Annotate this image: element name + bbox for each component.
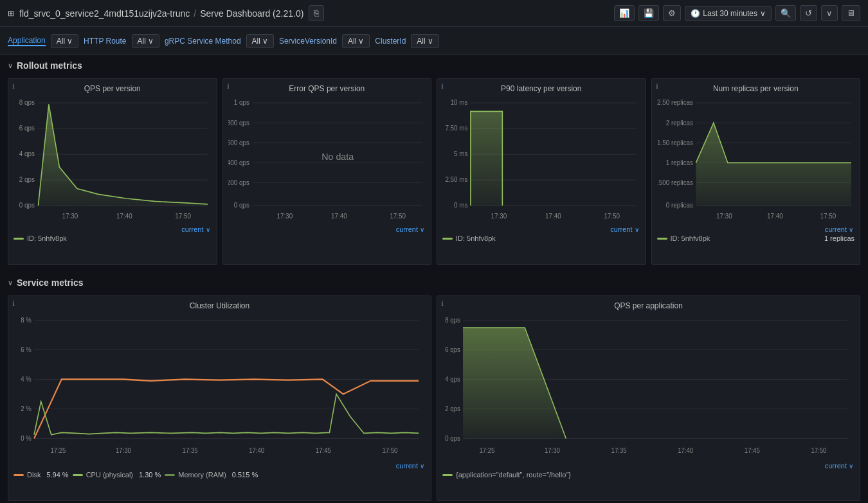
chart-cluster-utilization: ℹ Cluster Utilization 8 % 6 % 4 % 2 % 0 … [8,296,431,501]
legend-item-cpu: CPU (physical) 1.30 % [73,471,161,479]
svg-text:17:45: 17:45 [316,447,331,454]
settings-button[interactable]: ⚙ [663,5,681,21]
svg-text:0 qps: 0 qps [233,202,249,209]
svg-text:17:30: 17:30 [276,213,293,220]
legend-item-qps-0: ID: 5nhfv8pk [14,234,67,242]
service-metrics-grid: ℹ Cluster Utilization 8 % 6 % 4 % 2 % 0 … [0,290,868,503]
current-btn-error-qps[interactable]: current ∨ [228,225,426,233]
rollout-section-header[interactable]: ∨ Rollout metrics [0,55,868,73]
chart-error-qps: ℹ Error QPS per version 1 qps 0.800 qps … [222,78,432,265]
chart-button[interactable]: 📊 [614,5,635,21]
filter-application-label[interactable]: Application [8,36,46,46]
filter-route-value: All [138,37,146,46]
svg-text:0 ms: 0 ms [454,202,467,209]
svg-text:4 qps: 4 qps [445,376,460,383]
filter-cluster-dropdown[interactable]: All ∨ [411,34,439,48]
time-range-chevron: ∨ [760,9,766,18]
filter-grpc-label[interactable]: gRPC Service Method [165,37,241,46]
service-chevron-icon: ∨ [8,279,13,287]
svg-text:17:35: 17:35 [183,447,198,454]
svg-text:0.600 qps: 0.600 qps [228,139,249,146]
legend-color-p90-0 [442,238,453,240]
filter-grpc-value: All [252,37,260,46]
svg-text:17:30: 17:30 [545,447,560,454]
svg-text:6 qps: 6 qps [445,346,460,353]
legend-item-memory: Memory (RAM) 0.515 % [165,471,258,479]
legend-label-replicas-0: ID: 5nhfv8pk [671,234,710,242]
current-label-qps-app: current [825,462,847,470]
zoom-out-button[interactable]: 🔍 [775,5,796,21]
info-icon-qps-app[interactable]: ℹ [441,300,444,307]
share-button[interactable]: ⎘ [309,5,324,21]
current-btn-replicas[interactable]: current ∨ [657,225,855,233]
legend-label-p90-0: ID: 5nhfv8pk [456,234,496,242]
refresh-button[interactable]: ↺ [800,5,817,21]
current-chevron-replicas: ∨ [849,226,853,233]
filter-application-dropdown[interactable]: All ∨ [51,34,78,48]
svg-text:0 qps: 0 qps [19,202,35,209]
svg-text:17:40: 17:40 [678,447,693,454]
info-icon-error-qps[interactable]: ℹ [227,83,230,90]
current-label-qps: current [181,225,203,233]
legend-replicas: ID: 5nhfv8pk 1 replicas [657,233,855,243]
info-icon-replicas[interactable]: ℹ [656,83,658,90]
legend-value-cpu: 1.30 % [139,471,161,479]
chart-area-qps-app: 8 qps 6 qps 4 qps 2 qps 0 qps 17:25 17:3… [442,313,854,461]
legend-item-disk: Disk 5.94 % [14,471,69,479]
svg-text:No data: No data [321,152,354,162]
svg-text:0 replicas: 0 replicas [665,202,692,209]
filter-route-label[interactable]: HTTP Route [84,37,126,46]
current-chevron-error-qps: ∨ [420,226,424,233]
app-name: fld_srvc_0_service2_4mdt151uzijv2a-trunc [19,8,190,19]
svg-marker-92 [463,328,847,439]
svg-text:2 qps: 2 qps [445,405,460,412]
svg-text:0 qps: 0 qps [445,435,460,442]
svg-text:17:30: 17:30 [62,213,78,220]
svg-text:17:45: 17:45 [745,447,760,454]
filter-version-label[interactable]: ServiceVersionId [279,37,337,46]
current-btn-qps[interactable]: current ∨ [14,225,212,233]
save-button[interactable]: 💾 [638,5,659,21]
service-section-header[interactable]: ∨ Service metrics [0,272,868,290]
svg-text:2.50 ms: 2.50 ms [445,176,467,183]
legend-item-qps-app-0: {application="default", route="/hello"} [442,471,571,479]
filter-route-dropdown[interactable]: All ∨ [132,34,159,48]
filter-version-dropdown[interactable]: All ∨ [342,34,370,48]
dashboard-name: Serve Dashboard (2.21.0) [200,8,303,19]
chart-area-error-qps: 1 qps 0.800 qps 0.600 qps 0.400 qps 0.20… [228,96,426,224]
filter-route-chevron: ∨ [148,37,154,46]
svg-text:17:25: 17:25 [50,447,66,454]
svg-text:17:50: 17:50 [390,213,406,220]
filter-cluster-label[interactable]: ClusterId [375,37,406,46]
svg-text:1 qps: 1 qps [233,99,249,106]
topbar-right: 📊 💾 ⚙ 🕐 Last 30 minutes ∨ 🔍 ↺ ∨ 🖥 [614,5,860,21]
current-chevron-qps-app: ∨ [849,463,853,470]
filter-grpc-dropdown[interactable]: All ∨ [246,34,274,48]
filter-grpc-chevron: ∨ [262,37,268,46]
chart-title-qps: QPS per version [14,84,212,93]
refresh-chevron-button[interactable]: ∨ [821,5,838,21]
svg-marker-59 [696,123,851,206]
filter-version-value: All [348,37,356,46]
svg-text:17:50: 17:50 [811,447,826,454]
topbar-left: ⊞ fld_srvc_0_service2_4mdt151uzijv2a-tru… [8,5,324,21]
current-btn-qps-app[interactable]: current ∨ [442,462,854,470]
info-icon-qps[interactable]: ℹ [12,83,15,90]
time-range-picker[interactable]: 🕐 Last 30 minutes ∨ [685,6,772,21]
svg-text:0.200 qps: 0.200 qps [228,179,249,186]
svg-marker-13 [38,104,208,206]
current-btn-p90[interactable]: current ∨ [442,225,640,233]
svg-text:0.800 qps: 0.800 qps [228,119,249,127]
chart-title-error-qps: Error QPS per version [228,84,426,93]
legend-label-memory: Memory (RAM) [178,471,226,479]
filterbar: Application All ∨ HTTP Route All ∨ gRPC … [0,27,868,55]
rollout-chevron-icon: ∨ [8,62,13,70]
info-icon-p90[interactable]: ℹ [441,83,444,90]
chart-qps-per-app: ℹ QPS per application 8 qps 6 qps 4 qps … [437,296,860,501]
svg-text:0 %: 0 % [21,435,32,442]
tv-button[interactable]: 🖥 [842,5,860,21]
current-btn-cluster[interactable]: current ∨ [14,462,426,470]
chart-title-cluster: Cluster Utilization [14,301,426,310]
replicas-value: 1 replicas [824,234,854,242]
info-icon-cluster[interactable]: ℹ [12,300,15,307]
